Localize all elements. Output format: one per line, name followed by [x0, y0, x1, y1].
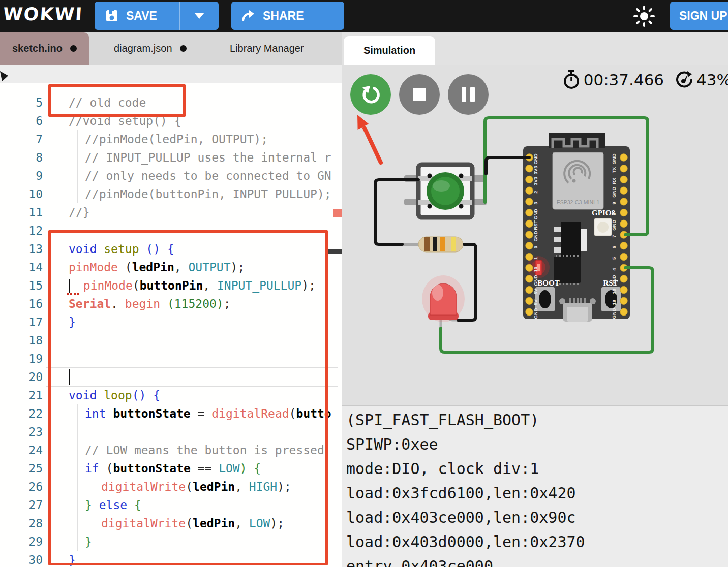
board-pin-1[interactable]: [526, 253, 533, 260]
usb-connector-inner: [567, 307, 588, 322]
board-pin-rx[interactable]: [620, 176, 627, 183]
board-pin-tx[interactable]: [620, 165, 627, 172]
board-pin-6[interactable]: [620, 242, 627, 249]
top-bar: WOKWI SAVE SHARE: [0, 0, 728, 32]
code-token: //}: [69, 206, 90, 219]
pin-label: GND: [611, 153, 617, 164]
board-pin-0[interactable]: [526, 242, 533, 249]
save-split-button[interactable]: SAVE: [95, 2, 219, 30]
pin-label: 3V3: [533, 166, 538, 174]
restart-icon: [359, 83, 382, 106]
serial-monitor[interactable]: (SPI_FAST_FLASH_BOOT)SPIWP:0xeemode:DIO,…: [342, 405, 728, 567]
line-number: 25: [0, 459, 43, 478]
pause-simulation-button[interactable]: [448, 74, 489, 115]
board-pin-gnd[interactable]: [620, 220, 627, 227]
restart-simulation-button[interactable]: [350, 74, 391, 115]
code-editor[interactable]: 5678910111213141516171819202122232425262…: [0, 65, 342, 567]
line-number: 17: [0, 313, 43, 331]
board-pin-5v[interactable]: [526, 297, 533, 304]
save-button[interactable]: SAVE: [95, 2, 179, 30]
wire-gnd-to-button: [486, 158, 529, 174]
pin-label: GND: [611, 275, 617, 286]
save-dropdown-button[interactable]: [179, 2, 219, 30]
board-pin-5v[interactable]: [526, 286, 533, 293]
simulation-panel-header: Simulation: [342, 32, 728, 65]
tab-label: sketch.ino: [12, 43, 63, 54]
theme-toggle-icon[interactable]: [631, 4, 657, 29]
line-number: 21: [0, 386, 43, 404]
regulator-leg: [554, 247, 562, 253]
line-number: 13: [0, 240, 43, 258]
indent-guide: [77, 130, 78, 203]
pin-label: 5V: [533, 299, 538, 305]
code-token: // INPUT_PULLUP uses the internal r: [85, 151, 331, 164]
board-pin-gnd[interactable]: [526, 275, 533, 282]
serial-line: load:0x403d0000,len:0x2370: [346, 530, 585, 554]
pin-label: GND: [533, 308, 538, 319]
boot-button-cap[interactable]: [539, 290, 551, 308]
boot-label: BOOT: [537, 279, 559, 287]
share-button[interactable]: SHARE: [231, 2, 344, 30]
serial-line: entry 0x403ce000: [346, 554, 493, 567]
pushbutton-screw: [459, 204, 464, 209]
pin-label: 0: [533, 246, 538, 248]
code-line: //pinMode(buttonPin, INPUT_PULLUP);: [85, 185, 331, 203]
circuit-diagram: ESP32-C3-MINI-1 GPIO8: [342, 65, 728, 372]
save-icon: [106, 10, 118, 22]
circuit-canvas[interactable]: ESP32-C3-MINI-1 GPIO8: [342, 65, 728, 372]
regulator-leg: [554, 227, 562, 232]
pin-label: RST: [533, 220, 538, 230]
board-pin-10[interactable]: [526, 264, 533, 271]
tab-library-manager[interactable]: Library Manager: [218, 32, 316, 65]
line-number: 20: [0, 368, 43, 386]
board-pin-5[interactable]: [620, 253, 627, 260]
board-pin-2[interactable]: [526, 187, 533, 194]
tab-sketch-ino[interactable]: sketch.ino: [0, 32, 89, 65]
board-pin-gnd[interactable]: [526, 308, 533, 316]
board-pin-gnd[interactable]: [620, 275, 627, 282]
board-pin-3v3[interactable]: [526, 176, 533, 183]
board-pin-gnd[interactable]: [620, 308, 627, 316]
code-token: //pinMode(buttonPin, INPUT_PULLUP);: [85, 187, 331, 201]
sign-up-button[interactable]: SIGN UP: [670, 2, 728, 30]
line-number: 30: [0, 551, 43, 567]
esp32-board[interactable]: ESP32-C3-MINI-1 GPIO8: [523, 133, 630, 322]
board-pin-9[interactable]: [620, 198, 627, 205]
board-pin-gnd[interactable]: [620, 154, 627, 161]
pin-label: RX: [611, 177, 617, 184]
tab-diagram-json[interactable]: diagram.json: [102, 32, 199, 65]
minimap-slider[interactable]: [328, 249, 342, 254]
line-number: 27: [0, 496, 43, 514]
tab-simulation[interactable]: Simulation: [344, 36, 435, 65]
voltage-regulator: [561, 222, 581, 258]
board-pin-gnd[interactable]: [526, 231, 533, 238]
line-number: 5: [0, 93, 43, 112]
board-pin-19[interactable]: [620, 297, 627, 304]
board-pin-gnd[interactable]: [526, 209, 533, 216]
gpio8-led-lens: [597, 222, 609, 233]
line-number: 19: [0, 350, 43, 368]
serial-line: load:0x3fcd6100,len:0x420: [346, 481, 576, 506]
pin-label: 6: [611, 246, 617, 248]
board-pin-8[interactable]: [620, 209, 627, 216]
board-pin-3[interactable]: [526, 198, 533, 205]
resistor-band-orange: [440, 237, 445, 251]
line-number: 9: [0, 167, 43, 185]
board-pin-18[interactable]: [620, 286, 627, 293]
board-pin-rst[interactable]: [526, 220, 533, 227]
stopwatch-icon: [562, 70, 581, 89]
red-led[interactable]: [422, 275, 465, 322]
pushbutton-screw: [459, 174, 464, 178]
unsaved-dot-icon: [180, 45, 187, 52]
pushbutton-cap-highlight: [433, 180, 450, 192]
chevron-down-icon: [194, 13, 204, 19]
board-pin-gnd[interactable]: [620, 187, 627, 194]
share-label: SHARE: [263, 9, 304, 23]
pin-label: 1: [533, 257, 538, 260]
line-number: 12: [0, 222, 43, 240]
annotation-rectangle-new-code: [48, 230, 328, 565]
line-number: 14: [0, 258, 43, 276]
pushbutton[interactable]: [404, 165, 487, 217]
board-pin-3v3[interactable]: [526, 165, 533, 172]
stop-simulation-button[interactable]: [399, 74, 440, 115]
